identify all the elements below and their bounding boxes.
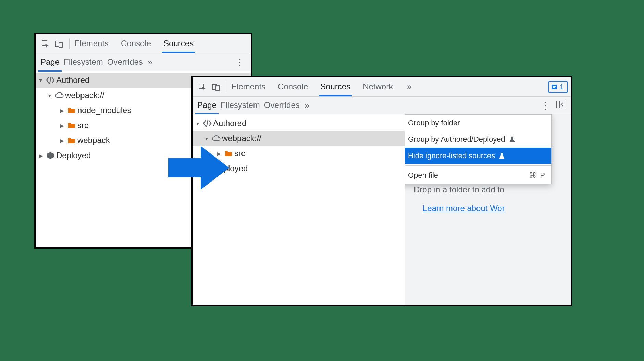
more-tabs-chevron-icon[interactable]: »: [302, 100, 312, 111]
separator: [69, 39, 70, 49]
subtab-page[interactable]: Page: [38, 53, 62, 72]
caret-icon[interactable]: [194, 120, 201, 127]
inspect-icon[interactable]: [198, 83, 206, 91]
device-toggle-icon[interactable]: [212, 83, 220, 91]
devtools-panel-after: Elements Console Sources Network » 1 Pag…: [191, 76, 572, 306]
editor-pane: ✓ Group by folder ✓ Group by Authored/De…: [405, 114, 571, 305]
collapse-sidebar-icon[interactable]: [554, 101, 568, 110]
menu-item-group-by-authored-deployed[interactable]: ✓ Group by Authored/Deployed: [405, 131, 551, 148]
tree-label: Authored: [56, 75, 89, 85]
subtab-filesystem[interactable]: Filesystem: [219, 96, 262, 115]
subtab-filesystem[interactable]: Filesystem: [62, 53, 105, 72]
svg-rect-5: [216, 86, 219, 90]
menu-item-open-file[interactable]: Open file ⌘ P: [405, 167, 551, 184]
tree-label: Authored: [213, 119, 246, 128]
sources-options-menu: ✓ Group by folder ✓ Group by Authored/De…: [405, 114, 552, 184]
menu-item-label: Group by folder: [408, 119, 460, 127]
subtab-overrides[interactable]: Overrides: [262, 96, 302, 115]
subtab-page[interactable]: Page: [195, 96, 219, 115]
caret-icon[interactable]: [58, 122, 66, 129]
file-tree-pane: Authored webpack:// src: [193, 114, 405, 305]
panel-body: Authored webpack:// src: [193, 114, 571, 305]
folder-icon: [66, 137, 77, 144]
code-icon: [45, 77, 56, 84]
caret-icon[interactable]: [37, 77, 45, 84]
more-tabs-chevron-icon[interactable]: »: [145, 57, 155, 67]
sources-subtabs: Page Filesystem Overrides » ⋮: [36, 53, 251, 71]
svg-rect-7: [553, 86, 556, 87]
tab-network[interactable]: Network: [361, 78, 394, 96]
tree-label: src: [234, 149, 245, 158]
tree-node-authored[interactable]: Authored: [193, 116, 405, 131]
experiment-flask-icon: [499, 151, 505, 160]
menu-item-shortcut: ⌘ P: [529, 171, 546, 180]
kebab-menu-icon[interactable]: ⋮: [537, 101, 554, 110]
tab-console[interactable]: Console: [120, 35, 152, 53]
cloud-icon: [53, 92, 65, 99]
tree-label: webpack://: [222, 134, 261, 143]
caret-icon[interactable]: [58, 137, 66, 144]
issues-count: 1: [560, 83, 564, 91]
subtab-overrides[interactable]: Overrides: [105, 53, 145, 72]
tree-label: webpack://: [65, 90, 104, 100]
tab-sources[interactable]: Sources: [162, 35, 195, 53]
kebab-menu-icon[interactable]: ⋮: [232, 58, 248, 67]
folder-icon: [66, 107, 77, 114]
main-toolbar: Elements Console Sources: [36, 34, 251, 53]
svg-rect-2: [59, 42, 62, 47]
main-tabs: Elements Console Sources: [73, 35, 248, 53]
svg-rect-8: [553, 87, 555, 88]
caret-icon[interactable]: [37, 152, 45, 159]
main-tabs: Elements Console Sources Network »: [230, 78, 414, 96]
check-icon: ✓: [405, 119, 405, 127]
cube-icon: [45, 151, 56, 160]
tab-console[interactable]: Console: [276, 78, 309, 96]
check-icon: ✓: [405, 135, 405, 144]
menu-separator: [405, 165, 551, 166]
tree-label: webpack: [77, 136, 110, 145]
menu-item-hide-ignore-listed[interactable]: ✓ Hide ignore-listed sources: [405, 148, 551, 164]
code-icon: [201, 120, 213, 127]
menu-item-group-by-folder[interactable]: ✓ Group by folder: [405, 115, 551, 131]
tree-label: node_modules: [77, 105, 131, 115]
caret-icon[interactable]: [58, 107, 66, 114]
tree-label: Deployed: [56, 151, 91, 160]
svg-rect-6: [552, 85, 557, 89]
tab-sources[interactable]: Sources: [319, 78, 352, 96]
sources-subtabs: Page Filesystem Overrides » ⋮: [193, 97, 571, 114]
tab-elements[interactable]: Elements: [73, 35, 110, 53]
separator: [226, 82, 226, 92]
issues-badge[interactable]: 1: [548, 81, 568, 93]
folder-icon: [66, 122, 77, 129]
transition-arrow-icon: [168, 144, 230, 192]
experiment-flask-icon: [509, 135, 515, 144]
menu-item-label: Open file: [408, 171, 438, 180]
main-toolbar: Elements Console Sources Network » 1: [193, 77, 571, 97]
check-icon: ✓: [405, 151, 405, 160]
menu-item-label: Group by Authored/Deployed: [408, 135, 505, 144]
caret-icon[interactable]: [203, 135, 210, 142]
tree-label: src: [77, 121, 88, 130]
workspace-drop-hint: Drop in a folder to add to: [405, 185, 571, 195]
menu-item-label: Hide ignore-listed sources: [408, 151, 495, 160]
cloud-icon: [210, 135, 222, 142]
tab-elements[interactable]: Elements: [230, 78, 267, 96]
device-toggle-icon[interactable]: [55, 40, 63, 48]
inspect-icon[interactable]: [41, 40, 49, 48]
caret-icon[interactable]: [46, 92, 53, 99]
more-tabs-chevron-icon[interactable]: »: [404, 82, 414, 92]
workspace-learn-more-link[interactable]: Learn more about Wor: [405, 203, 505, 213]
